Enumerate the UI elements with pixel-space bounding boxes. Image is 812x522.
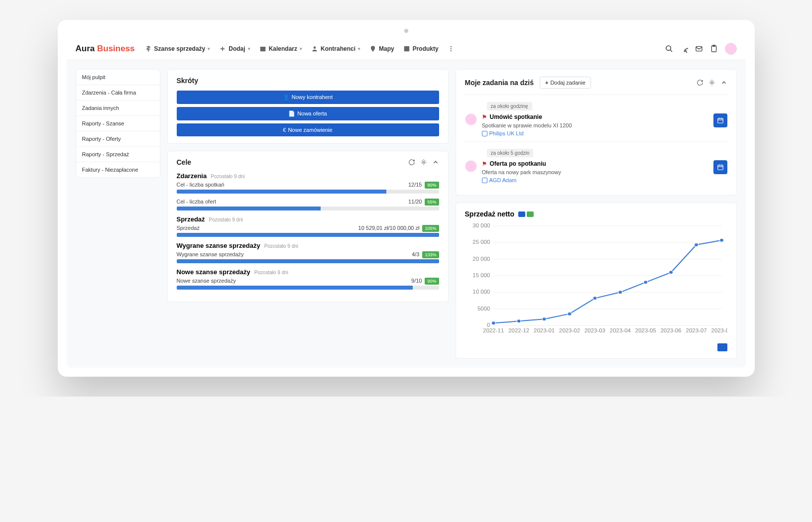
svg-text:20 000: 20 000: [472, 256, 490, 261]
sidebar-item-reports-offers[interactable]: Raporty - Oferty: [76, 131, 160, 147]
svg-point-45: [643, 281, 647, 284]
svg-rect-13: [717, 118, 723, 123]
goal-section-events: Zdarzenia Pozostało 9 dni: [177, 172, 439, 180]
new-offer-button[interactable]: 📄Nowa oferta: [177, 107, 439, 120]
sidebar-item-reports-sales[interactable]: Raporty - Sprzedaż: [76, 147, 160, 162]
goals-title: Cele: [177, 158, 192, 166]
nav-add[interactable]: Dodaj ▾: [219, 45, 250, 52]
flag-icon: ⚑: [482, 114, 487, 120]
svg-text:0: 0: [487, 322, 490, 328]
nav-contractors[interactable]: Kontrahenci ▾: [311, 45, 360, 52]
svg-rect-3: [404, 46, 409, 52]
chevron-down-icon: ▾: [208, 46, 210, 51]
person-icon: [311, 45, 318, 52]
refresh-icon[interactable]: [408, 159, 415, 166]
user-avatar[interactable]: [725, 43, 737, 55]
goal-new: Nowe szanse sprzedaży 9/1090%: [177, 278, 439, 290]
chat-icon[interactable]: [680, 45, 688, 53]
nav-calendar[interactable]: Kalendarz ▾: [259, 45, 302, 52]
nav-products[interactable]: Produkty: [403, 45, 439, 52]
chevron-up-icon[interactable]: [720, 79, 727, 86]
calendar-icon: [259, 45, 266, 52]
nav-maps[interactable]: Mapy: [369, 45, 394, 52]
sidebar-item-events[interactable]: Zdarzenia - Cała firma: [76, 85, 160, 101]
sidebar-item-invoices-unpaid[interactable]: Faktury - Niezapłacone: [76, 162, 160, 177]
goal-won: Wygrane szanse sprzedaży 4/3133%: [177, 251, 439, 263]
svg-point-46: [669, 271, 673, 274]
task-calendar-button[interactable]: [713, 160, 727, 174]
top-navigation: Aura Business Szanse sprzedaży ▾ Dodaj ▾…: [67, 38, 746, 60]
refresh-icon[interactable]: [696, 79, 703, 86]
task-calendar-button[interactable]: [713, 113, 727, 127]
new-contractor-button[interactable]: 👤Nowy kontrahent: [177, 91, 439, 104]
goal-section-sales: Sprzedaż Pozostało 9 dni: [177, 215, 439, 223]
nav-sales-chances[interactable]: Szanse sprzedaży ▾: [145, 45, 211, 52]
svg-point-11: [423, 161, 425, 163]
flag-icon: ⚑: [482, 161, 487, 167]
sidebar-nav: Mój pulpit Zdarzenia - Cała firma Zadani…: [76, 69, 160, 178]
progress-bar: [177, 259, 439, 263]
svg-point-39: [491, 321, 495, 325]
add-task-button[interactable]: +Dodaj zadanie: [540, 77, 591, 89]
euro-icon: €: [283, 127, 286, 133]
svg-text:2022-12: 2022-12: [508, 328, 529, 333]
mail-icon[interactable]: [695, 45, 703, 53]
chart-legend-icons: [518, 211, 534, 217]
task-title: Oferta po spotkaniu: [490, 160, 546, 167]
progress-bar: [177, 207, 439, 210]
sidebar-item-others-tasks[interactable]: Zadania innych: [76, 101, 160, 116]
sidebar-item-dashboard[interactable]: Mój pulpit: [76, 70, 160, 85]
chevron-up-icon[interactable]: [432, 159, 439, 166]
task-title: Umówić spotkanie: [490, 113, 542, 120]
svg-rect-14: [717, 165, 723, 170]
svg-point-44: [618, 291, 622, 294]
svg-text:2023-07: 2023-07: [686, 328, 706, 333]
goal-offers: Cel - liczba ofert 11/2055%: [177, 199, 439, 210]
gear-icon[interactable]: [708, 79, 715, 86]
goal-meetings: Cel - liczba spotkań 12/1580%: [177, 182, 439, 194]
task-contractor-link[interactable]: AGD Adam: [482, 177, 708, 183]
task-item: za około 5 godzin ⚑ Oferta po spotkaniu …: [465, 141, 727, 188]
svg-point-47: [694, 243, 698, 247]
svg-text:15 000: 15 000: [472, 273, 490, 278]
svg-rect-1: [260, 47, 265, 48]
svg-text:25 000: 25 000: [472, 239, 490, 245]
line-chart: 0500010 00015 00020 00025 00030 0002022-…: [465, 221, 727, 340]
progress-bar: [177, 233, 439, 237]
svg-text:5000: 5000: [477, 306, 490, 311]
task-item: za około godzinę ⚑ Umówić spotkanie Spot…: [465, 95, 727, 141]
shortcuts-title: Skróty: [177, 77, 199, 85]
progress-bar: [177, 190, 439, 194]
goal-badge: 80%: [425, 182, 439, 189]
tasks-title: Moje zadania na dziś: [465, 79, 534, 87]
svg-text:2023-08: 2023-08: [711, 328, 727, 333]
tasks-panel: Moje zadania na dziś +Dodaj zadanie za o…: [456, 69, 737, 196]
clipboard-icon[interactable]: [710, 45, 718, 53]
more-vertical-icon: [448, 45, 455, 52]
new-order-button[interactable]: €Nowe zamówienie: [177, 123, 439, 136]
goal-badge: 55%: [425, 199, 439, 206]
table-view-button[interactable]: [717, 343, 727, 351]
svg-point-4: [451, 46, 452, 47]
chevron-down-icon: ▾: [300, 46, 302, 51]
task-desc: Spotkanie w sprawie modelu XI 1200: [482, 122, 708, 128]
task-time-badge: za około 5 godzin: [487, 149, 534, 157]
gear-icon[interactable]: [420, 159, 427, 166]
sidebar-item-reports-chances[interactable]: Raporty - Szanse: [76, 116, 160, 131]
file-icon: [482, 178, 487, 183]
svg-point-2: [314, 46, 316, 49]
svg-text:2023-03: 2023-03: [584, 328, 605, 333]
goal-badge: 90%: [425, 278, 439, 285]
shortcuts-panel: Skróty 👤Nowy kontrahent 📄Nowa oferta €No…: [167, 69, 449, 144]
svg-point-48: [719, 238, 723, 242]
svg-point-12: [711, 82, 713, 84]
svg-point-43: [592, 297, 596, 300]
task-contractor-link[interactable]: Philips UK Ltd: [482, 130, 708, 136]
progress-bar: [177, 286, 439, 290]
svg-point-5: [451, 48, 452, 49]
nav-more[interactable]: [448, 45, 455, 52]
search-icon[interactable]: [665, 45, 673, 53]
svg-point-6: [451, 50, 452, 51]
svg-text:30 000: 30 000: [472, 223, 490, 228]
goal-section-won: Wygrane szanse sprzedaży Pozostało 9 dni: [177, 242, 439, 249]
